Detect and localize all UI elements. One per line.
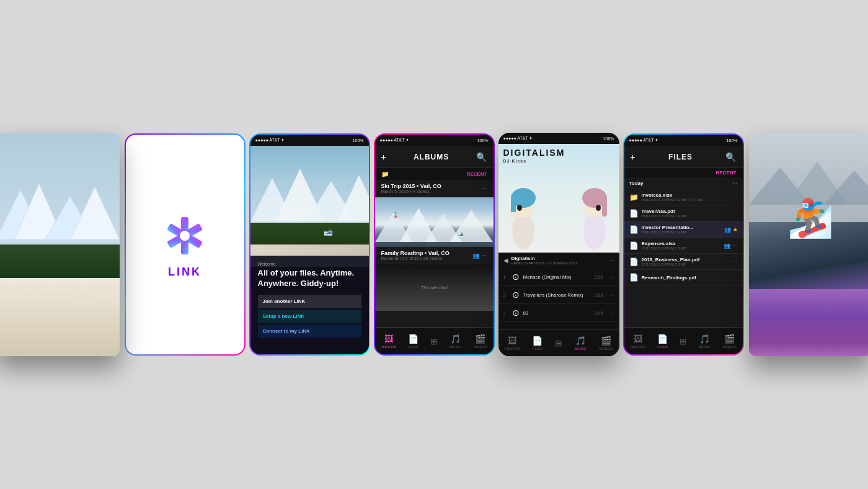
music-info-bar: ◀ Digitalism VARIOUS ARTISTS • 22 SONGS … — [498, 253, 619, 268]
svg-point-23 — [517, 205, 522, 211]
album-cover: DIGITALISM DJ·Kicks — [498, 144, 619, 253]
music-menu[interactable]: ··· — [609, 257, 614, 264]
file-name-5: 2018_Business_Plan.pdf — [642, 257, 730, 262]
videos-nav-label: VIDEOS — [473, 345, 487, 349]
album2-menu[interactable]: ··· — [482, 252, 487, 259]
files-nav-label: FILES — [408, 345, 418, 349]
videos-label-f: VIDEOS — [722, 345, 737, 349]
file-meta-3: 06/11/1016 2:45PM 2.3 MB — [642, 230, 721, 234]
files-label-f: FILES — [657, 345, 668, 349]
link-logo-svg — [160, 211, 210, 261]
files-icon-m: 📄 — [532, 336, 542, 346]
screen2-welcome: ●●●●● AT&T ✦ 100% 🎿 Welc — [250, 135, 369, 354]
track-2-play-icon: ⊙ — [512, 290, 520, 300]
files-header: + FILES 🔍 — [624, 146, 743, 168]
file-1-menu[interactable]: ··· — [732, 194, 737, 200]
files-title: FILES — [668, 153, 693, 161]
album2-thumbnail: Thunderbird — [375, 264, 494, 311]
screens-container: LINK ●●●●● AT&T ✦ 100% — [0, 133, 868, 356]
file-research[interactable]: 📄 Research_Findings.pdf — [624, 270, 743, 285]
file-meta-1: 06/11/1016 2:45PM 2.3 MB • 17 Files — [642, 198, 730, 202]
grid-nav-icon: ⊞ — [430, 336, 438, 346]
nav-music-m[interactable]: 🎵 MUSIC — [575, 336, 587, 351]
album-roadtrip-info: Family Roadtrip • Vail, CO December 27, … — [375, 247, 494, 264]
group-icon-3[interactable]: 👥 — [724, 227, 731, 233]
nav-photos-m[interactable]: 🖼 PHOTOS — [504, 336, 520, 351]
albums-section-row: 📁 RECENT — [375, 168, 494, 180]
carrier-2: ●●●●● AT&T ✦ — [255, 138, 285, 143]
svg-marker-18 — [450, 210, 493, 242]
album1-menu[interactable]: ··· — [482, 185, 487, 192]
bottom-nav-music: 🖼 PHOTOS 📄 FILES ⊞ 🎵 MUSIC 🎬 VIDEOS — [498, 329, 619, 356]
file-expenses[interactable]: 📄 Expenses.xlsx 06/11/1016 2:45PM 2.3 MB… — [624, 238, 743, 254]
nav-files-m[interactable]: 📄 FILES — [532, 336, 542, 351]
connect-link-button[interactable]: Connect to my LINK — [258, 325, 361, 338]
add-files-button[interactable]: + — [631, 152, 636, 162]
nav-photos[interactable]: 🖼 PHOTOS — [381, 334, 396, 349]
status-bar-2: ●●●●● AT&T ✦ 100% — [250, 135, 369, 146]
file-meta-4: 06/11/1016 2:45PM 2.3 MB — [642, 246, 721, 250]
album-ski-trip[interactable]: Ski Trip 2015 • Vail, CO March 5, 2016 •… — [375, 180, 494, 247]
nav-grid-f[interactable]: ⊞ — [680, 336, 687, 346]
carrier-3: ●●●●● AT&T ✦ — [380, 138, 410, 143]
track-1-dur: 3:35 — [595, 275, 603, 279]
file-info-3: Investor Presentatio... 06/11/1016 2:45P… — [642, 225, 721, 234]
screen4-wrapper: ●●●●● AT&T ✦ 100% DIGITALISM DJ·Kicks — [498, 133, 619, 356]
nav-photos-f[interactable]: 🖼 PHOTOS — [630, 334, 645, 349]
back-icon[interactable]: ◀ — [503, 257, 508, 264]
search-button-albums[interactable]: 🔍 — [476, 152, 487, 162]
file-5-menu[interactable]: ··· — [732, 258, 737, 265]
music-label-m: MUSIC — [575, 347, 587, 351]
nav-music-f[interactable]: 🎵 MUSIC — [699, 334, 711, 349]
nav-files[interactable]: 📄 FILES — [408, 334, 418, 349]
battery-5: 100% — [727, 138, 738, 143]
nav-files-f[interactable]: 📄 FILES — [657, 334, 668, 349]
file-travelvisa[interactable]: 📄 TravelVisa.pdf 06/11/1016 2:45PM 2.3 M… — [624, 205, 743, 222]
track-2-title: Travellers (Sharooz Remix) — [523, 292, 591, 298]
join-link-button[interactable]: Join another LINK — [258, 295, 361, 308]
nav-videos[interactable]: 🎬 VIDEOS — [473, 334, 487, 349]
track-3[interactable]: 3 ⊙ 83 3:09 ··· — [498, 304, 619, 322]
file-icon-2: 📄 — [629, 209, 639, 218]
screen5-files: ●●●●● AT&T ✦ 100% + FILES 🔍 RECENT Today… — [624, 135, 743, 354]
nav-grid-m[interactable]: ⊞ — [555, 338, 562, 348]
file-bizplan[interactable]: 📄 2018_Business_Plan.pdf 06/11/1016 2:45… — [624, 254, 743, 270]
screen3-albums: ●●●●● AT&T ✦ 100% + ALBUMS 🔍 📁 RECENT Sk… — [375, 135, 494, 354]
nav-videos-f[interactable]: 🎬 VIDEOS — [722, 334, 737, 349]
search-files-button[interactable]: 🔍 — [725, 152, 736, 162]
album1-meta: March 5, 2016 • 4 Videos — [381, 189, 441, 194]
file-4-menu[interactable]: ··· — [732, 242, 737, 249]
track-1[interactable]: 1 ⊙ Menace (Original Mix) 3:35 ··· — [498, 268, 619, 286]
svg-rect-24 — [510, 212, 525, 217]
album-roadtrip[interactable]: Family Roadtrip • Vail, CO December 27, … — [375, 247, 494, 311]
album-ski-info: Ski Trip 2015 • Vail, CO March 5, 2016 •… — [375, 180, 494, 197]
music-nav-icon: 🎵 — [450, 334, 461, 344]
photos-icon-m: 🖼 — [508, 336, 516, 346]
videos-icon-f: 🎬 — [724, 334, 735, 344]
link-title: LINK — [168, 266, 202, 279]
files-icon-f: 📄 — [657, 334, 668, 344]
add-button[interactable]: + — [381, 152, 386, 162]
carrier-4: ●●●●● AT&T ✦ — [503, 136, 533, 141]
file-info-4: Expenses.xlsx 06/11/1016 2:45PM 2.3 MB — [642, 241, 721, 250]
track-2-menu[interactable]: ··· — [609, 292, 614, 298]
today-menu[interactable]: ··· — [732, 180, 737, 187]
file-info-5: 2018_Business_Plan.pdf 06/11/1016 2:45PM… — [642, 257, 730, 266]
file-icon-6: 📄 — [629, 273, 639, 282]
file-investor[interactable]: 📄 Investor Presentatio... 06/11/1016 2:4… — [624, 222, 743, 238]
setup-link-button[interactable]: Setup a new LINK — [258, 310, 361, 323]
track-3-menu[interactable]: ··· — [609, 310, 614, 316]
nav-music[interactable]: 🎵 MUSIC — [450, 334, 461, 349]
file-name-1: Invoices.xlsx — [642, 192, 730, 198]
file-info-2: TravelVisa.pdf 06/11/1016 2:45PM 2.3 MB — [642, 209, 730, 218]
share-icon-4[interactable]: 👥 — [724, 243, 730, 249]
star-icon-3[interactable]: ★ — [733, 227, 738, 233]
track-1-menu[interactable]: ··· — [609, 274, 614, 280]
track-2[interactable]: 2 ⊙ Travellers (Sharooz Remix) 3:33 ··· — [498, 286, 619, 304]
file-2-menu[interactable]: ··· — [732, 210, 737, 217]
nav-videos-m[interactable]: 🎬 VIDEOS — [599, 336, 613, 351]
file-invoices[interactable]: 📁 Invoices.xlsx 06/11/1016 2:45PM 2.3 MB… — [624, 189, 743, 205]
files-label-m: FILES — [532, 347, 542, 351]
today-label: Today — [629, 181, 644, 186]
nav-grid[interactable]: ⊞ — [430, 336, 438, 346]
